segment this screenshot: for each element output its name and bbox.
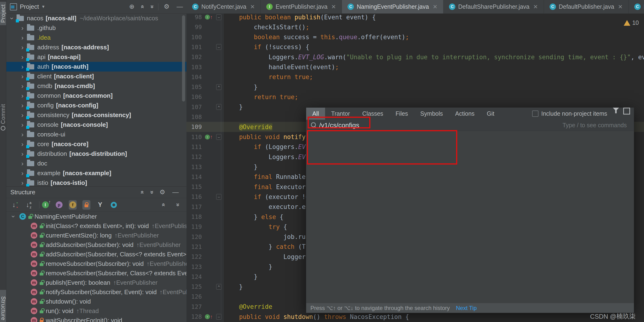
inspections-widget[interactable]: 10	[624, 19, 639, 26]
editor-tab[interactable]: CNotifyCenter.java✕	[186, 0, 260, 14]
tree-row[interactable]: ›example[nacos-example]	[6, 168, 186, 178]
popup-tab-symbols[interactable]: Symbols	[414, 108, 449, 120]
tree-row[interactable]: ›console-ui	[6, 130, 186, 139]
chevron-collapsed-icon[interactable]: ›	[18, 170, 26, 177]
sort-alphabetically-icon[interactable]: ↓az	[24, 200, 32, 210]
tool-window-tab-structure[interactable]: Structure	[0, 290, 6, 322]
structure-method-row[interactable]: mremoveSubscriber(Subscriber): void↑Even…	[6, 259, 186, 268]
editor-tab[interactable]: IEventPublisher.java✕	[260, 0, 342, 14]
tree-row[interactable]: ›doc	[6, 159, 186, 168]
group-methods-icon[interactable]: Y	[96, 200, 104, 210]
chevron-expanded-icon[interactable]: ›	[8, 14, 16, 22]
fold-marker-icon[interactable]: ^	[216, 104, 222, 110]
tree-row[interactable]: ›nacos[nacos-all]~/ideaWorkplace/saint/n…	[6, 14, 186, 23]
tree-row[interactable]: ›distribution[nacos-distribution]	[6, 149, 186, 159]
structure-method-row[interactable]: minit(Class<? extends Event>, int): void…	[6, 221, 186, 231]
hide-panel-icon[interactable]: —	[172, 186, 179, 199]
close-icon[interactable]: ✕	[250, 4, 255, 10]
chevron-collapsed-icon[interactable]: ›	[18, 44, 26, 51]
fold-marker-icon[interactable]: ^	[216, 284, 222, 290]
close-icon[interactable]: ✕	[618, 4, 623, 10]
chevron-collapsed-icon[interactable]: ›	[18, 102, 26, 109]
structure-method-row[interactable]: mwaitSubscriberForInit(): void	[6, 316, 186, 322]
fold-marker-icon[interactable]: –	[216, 134, 222, 140]
collapse-all-icon[interactable]: «	[148, 190, 155, 194]
tree-row[interactable]: ›consistency[nacos-consistency]	[6, 110, 186, 120]
tree-row[interactable]: ›.idea	[6, 33, 186, 42]
tree-row[interactable]: ›address[nacos-address]	[6, 42, 186, 52]
chevron-collapsed-icon[interactable]: ›	[18, 73, 26, 80]
show-anonymous-icon[interactable]	[110, 200, 118, 210]
structure-method-row[interactable]: maddSubscriber(Subscriber): void↑EventPu…	[6, 240, 186, 250]
fold-marker-icon[interactable]: –	[216, 44, 222, 50]
tree-row[interactable]: ›console[nacos-console]	[6, 120, 186, 130]
editor-tab[interactable]: CNamingEventPublisher.java✕	[342, 0, 443, 14]
sort-by-visibility-icon[interactable]: ↓▪▪	[10, 200, 18, 210]
chevron-collapsed-icon[interactable]: ›	[18, 82, 26, 90]
filter-icon[interactable]	[613, 108, 619, 113]
expand-all-icon[interactable]: «	[139, 190, 146, 194]
fold-marker-icon[interactable]: –	[216, 314, 222, 320]
gear-icon[interactable]: ⚙	[164, 0, 170, 14]
show-non-public-icon[interactable]	[82, 200, 90, 210]
chevron-collapsed-icon[interactable]: ›	[18, 131, 26, 138]
popup-tab-git[interactable]: Git	[481, 108, 500, 120]
override-gutter-icon[interactable]: ↑↑	[205, 14, 213, 20]
structure-class-row[interactable]: ›CNamingEventPublisher	[6, 212, 186, 221]
tree-row[interactable]: ›cmdb[nacos-cmdb]	[6, 81, 186, 91]
tree-row[interactable]: ›common[nacos-common]	[6, 91, 186, 100]
structure-method-row[interactable]: mcurrentEventSize(): long↑EventPublisher	[6, 231, 186, 240]
chevron-collapsed-icon[interactable]: ›	[18, 121, 26, 129]
close-icon[interactable]: ✕	[331, 4, 336, 10]
structure-panel-title[interactable]: Structure	[10, 188, 36, 196]
close-icon[interactable]: ✕	[533, 4, 538, 10]
open-in-window-icon[interactable]	[623, 108, 630, 114]
override-gutter-icon[interactable]: ↑↑	[205, 134, 213, 140]
fold-marker-icon[interactable]: –	[216, 14, 222, 20]
tree-row[interactable]: ›.github	[6, 23, 186, 33]
chevron-collapsed-icon[interactable]: ›	[18, 53, 26, 61]
chevron-collapsed-icon[interactable]: ›	[18, 92, 26, 100]
show-properties-icon[interactable]: p	[55, 200, 63, 210]
tool-window-tab-project[interactable]: Project	[0, 2, 6, 25]
tree-row[interactable]: ›client[nacos-client]	[6, 72, 186, 81]
popup-tab-files[interactable]: Files	[389, 108, 414, 120]
tree-row[interactable]: ›config[nacos-config]	[6, 100, 186, 110]
structure-method-row[interactable]: mnotifySubscriber(Subscriber, Event): vo…	[6, 287, 186, 297]
override-gutter-icon[interactable]: ↑↑	[205, 314, 213, 320]
fold-marker-icon[interactable]: –	[216, 194, 222, 200]
hide-panel-icon[interactable]: —	[176, 0, 183, 14]
editor-tab[interactable]: CDefaultSharePublisher.java✕	[443, 0, 544, 14]
structure-method-row[interactable]: maddSubscriber(Subscriber, Class<? exten…	[6, 250, 186, 259]
collapse-all-icon[interactable]: «	[148, 5, 155, 8]
chevron-expanded-icon[interactable]: ›	[10, 212, 17, 220]
expand-all-icon[interactable]: «	[160, 200, 168, 210]
popup-tab-actions[interactable]: Actions	[449, 108, 481, 120]
structure-method-row[interactable]: mpublish(Event): boolean↑EventPublisher	[6, 278, 186, 287]
structure-method-row[interactable]: mshutdown(): void	[6, 297, 186, 306]
next-tip-link[interactable]: Next Tip	[456, 305, 477, 312]
chevron-collapsed-icon[interactable]: ›	[18, 63, 26, 70]
close-icon[interactable]: ✕	[433, 4, 438, 10]
project-panel-title[interactable]: Project	[20, 3, 39, 10]
editor-tab[interactable]: CLongPollingService.java✕	[629, 0, 644, 14]
chevron-collapsed-icon[interactable]: ›	[18, 150, 26, 158]
chevron-collapsed-icon[interactable]: ›	[18, 140, 26, 148]
show-inherited-icon[interactable]: I↑	[41, 200, 49, 210]
chevron-collapsed-icon[interactable]: ›	[18, 160, 26, 167]
checkbox-icon[interactable]	[532, 110, 538, 117]
chevron-collapsed-icon[interactable]: ›	[18, 34, 26, 42]
fold-marker-icon[interactable]: ^	[216, 84, 222, 90]
expand-all-icon[interactable]: «	[139, 5, 146, 8]
collapse-all-icon[interactable]: «	[173, 200, 181, 210]
tree-row[interactable]: ›istio[nacos-istio]	[6, 178, 186, 186]
tree-row[interactable]: ›api[nacos-api]	[6, 52, 186, 62]
project-scrollbar[interactable]	[182, 15, 185, 102]
tree-row[interactable]: ›core[nacos-core]	[6, 139, 186, 149]
chevron-collapsed-icon[interactable]: ›	[18, 24, 26, 32]
editor-tab[interactable]: CDefaultPublisher.java✕	[544, 0, 629, 14]
chevron-collapsed-icon[interactable]: ›	[18, 112, 26, 119]
tool-window-tab-commit[interactable]: Commit	[0, 102, 6, 133]
structure-method-row[interactable]: mremoveSubscriber(Subscriber, Class<? ex…	[6, 268, 186, 278]
structure-method-row[interactable]: mrun(): void↑Thread	[6, 306, 186, 316]
